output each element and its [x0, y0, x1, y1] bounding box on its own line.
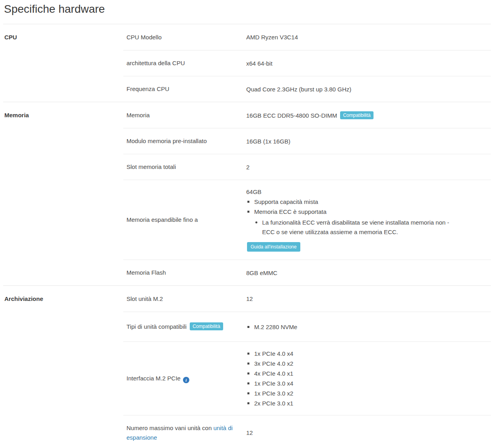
spec-row-flash-memory: Memoria Flash 8GB eMMC — [123, 260, 491, 285]
spec-row-compatible-drive-types: Tipi di unità compatibiliCompatibilità M… — [123, 312, 491, 341]
drive-types-bullet-list: M.2 2280 NVMe — [246, 323, 491, 331]
spec-label: CPU Modello — [123, 33, 246, 42]
memory-value: 16GB ECC DDR5-4800 SO-DIMM — [246, 112, 337, 119]
bullet-item: 4x PCIe 4.0 x1 — [246, 370, 491, 377]
expandable-memory-sub-bullet-list: La funzionalità ECC verrà disabilitata s… — [254, 218, 491, 237]
spec-value: 12 — [246, 429, 491, 436]
spec-value: M.2 2280 NVMe — [246, 323, 491, 331]
spec-label-text: Tipi di unità compatibili — [126, 323, 187, 330]
bullet-item: M.2 2280 NVMe — [246, 323, 491, 331]
bullet-item: 1x PCIe 4.0 x4 — [246, 350, 491, 357]
spec-label: Memoria — [123, 111, 246, 120]
info-icon[interactable]: i — [183, 377, 189, 383]
spec-label: Interfaccia M.2 PCIei — [123, 374, 246, 383]
spec-value: 1x PCIe 4.0 x4 3x PCIe 4.0 x2 4x PCIe 4.… — [246, 350, 491, 407]
spec-value: 2 — [246, 163, 491, 171]
spec-value: AMD Ryzen V3C14 — [246, 33, 491, 41]
spec-label: Memoria espandibile fino a — [123, 215, 246, 225]
expandable-memory-max: 64GB — [246, 188, 491, 196]
spec-value: 16GB ECC DDR5-4800 SO-DIMMCompatibilità — [246, 111, 491, 119]
compatibility-badge[interactable]: Compatibilità — [340, 111, 373, 119]
section-storage-rows: Slot unità M.2 12 Tipi di unità compatib… — [123, 286, 491, 448]
spec-label: Frequenza CPU — [123, 84, 246, 94]
spec-value: Quad Core 2.3GHz (burst up 3.80 GHz) — [246, 85, 491, 93]
spec-label-text: Numero massimo vani unità con — [126, 425, 213, 431]
installation-guide-button[interactable]: Guida all'installazione — [247, 242, 300, 252]
section-header-cpu: CPU — [3, 24, 123, 50]
hardware-specs-page: Specifiche hardware CPU CPU Modello AMD … — [0, 0, 498, 448]
spec-row-expandable-memory: Memoria espandibile fino a 64GB Supporta… — [123, 180, 491, 260]
section-cpu-rows: CPU Modello AMD Ryzen V3C14 architettura… — [123, 24, 491, 102]
spec-value: 12 — [246, 295, 491, 303]
spec-label: Modulo memoria pre-installato — [123, 136, 246, 146]
spec-row-memory: Memoria 16GB ECC DDR5-4800 SO-DIMMCompat… — [123, 102, 491, 128]
compatibility-badge[interactable]: Compatibilità — [190, 322, 223, 330]
spec-label: architettura della CPU — [123, 58, 246, 68]
section-header-storage: Archiviazione — [3, 286, 123, 312]
section-header-memory: Memoria — [3, 102, 123, 128]
spec-value: 8GB eMMC — [246, 269, 491, 277]
bullet-item: 1x PCIe 3.0 x4 — [246, 380, 491, 387]
spec-value: 16GB (1x 16GB) — [246, 138, 491, 145]
expandable-memory-bullet-list: Supporta capacità mista Memoria ECC è su… — [246, 198, 491, 215]
spec-label: Slot memoria totali — [123, 162, 246, 172]
spec-row-m2-pcie-interface: Interfaccia M.2 PCIei 1x PCIe 4.0 x4 3x … — [123, 341, 491, 415]
spec-label: Numero massimo vani unità con unità di e… — [123, 423, 246, 442]
bullet-item: Memoria ECC è supportata — [246, 208, 491, 215]
spec-row-cpu-frequency: Frequenza CPU Quad Core 2.3GHz (burst up… — [123, 76, 491, 102]
bullet-item: Supporta capacità mista — [246, 198, 491, 206]
sub-bullet-item: La funzionalità ECC verrà disabilitata s… — [254, 218, 461, 237]
spec-value: 64GB Supporta capacità mista Memoria ECC… — [246, 188, 491, 252]
page-title: Specifiche hardware — [3, 0, 491, 24]
spec-row-memory-slots: Slot memoria totali 2 — [123, 154, 491, 180]
section-cpu: CPU CPU Modello AMD Ryzen V3C14 architet… — [3, 24, 491, 102]
bullet-item: 2x PCIe 3.0 x1 — [246, 400, 491, 407]
bullet-item: 1x PCIe 3.0 x2 — [246, 390, 491, 397]
spec-row-cpu-architecture: architettura della CPU x64 64-bit — [123, 50, 491, 76]
section-memory: Memoria Memoria 16GB ECC DDR5-4800 SO-DI… — [3, 102, 491, 285]
section-memory-rows: Memoria 16GB ECC DDR5-4800 SO-DIMMCompat… — [123, 102, 491, 285]
spec-row-m2-slots: Slot unità M.2 12 — [123, 286, 491, 312]
spec-label-text: Interfaccia M.2 PCIe — [126, 375, 181, 382]
spec-label: Memoria Flash — [123, 268, 246, 277]
spec-row-cpu-model: CPU Modello AMD Ryzen V3C14 — [123, 24, 491, 50]
bullet-item: 3x PCIe 4.0 x2 — [246, 360, 491, 367]
spec-row-preinstalled-module: Modulo memoria pre-installato 16GB (1x 1… — [123, 128, 491, 154]
spec-value: x64 64-bit — [246, 60, 491, 67]
spec-label: Tipi di unità compatibiliCompatibilità — [123, 322, 246, 332]
section-storage: Archiviazione Slot unità M.2 12 Tipi di … — [3, 285, 491, 448]
spec-label: Slot unità M.2 — [123, 294, 246, 304]
pcie-interface-bullet-list: 1x PCIe 4.0 x4 3x PCIe 4.0 x2 4x PCIe 4.… — [246, 350, 491, 407]
spec-row-max-drive-bays: Numero massimo vani unità con unità di e… — [123, 415, 491, 448]
